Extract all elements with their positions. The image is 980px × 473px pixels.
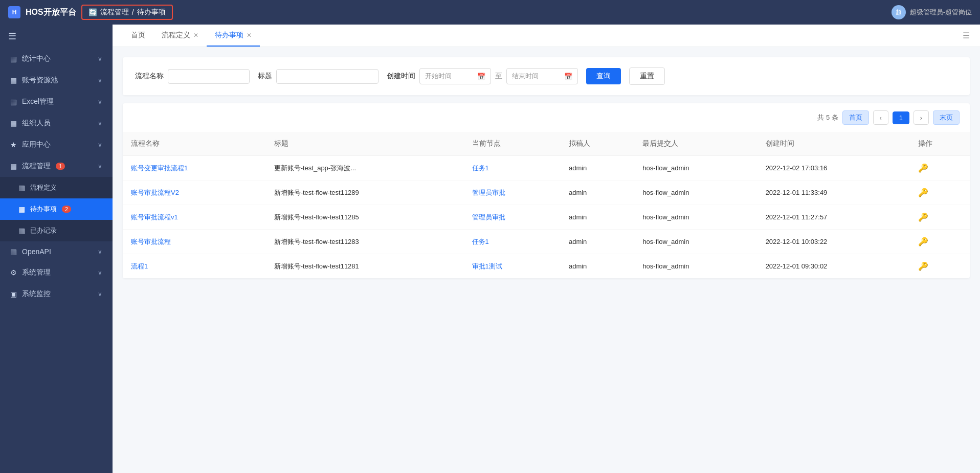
end-time-placeholder: 结束时间: [512, 72, 539, 81]
sidebar-item-done[interactable]: ▦ 已办记录: [0, 220, 113, 241]
chevron-down-icon: ∨: [98, 55, 102, 62]
col-create-time: 创建时间: [758, 132, 910, 156]
tab-home[interactable]: 首页: [123, 25, 153, 47]
sidebar-item-openapi[interactable]: ▦ OpenAPI ∨: [0, 241, 113, 262]
breadcrumb-icon: 🔄: [88, 8, 97, 16]
table-row: 账号审批流程 新增账号-test-flow-test11283 任务1 admi…: [123, 230, 970, 254]
sidebar-item-app-center[interactable]: ★ 应用中心 ∨: [0, 134, 113, 155]
sidebar-item-label: 账号资源池: [22, 76, 58, 85]
col-drafter: 拟稿人: [561, 132, 634, 156]
top-bar: H HOS开放平台 🔄 流程管理 / 待办事项 超 超级管理员-超管岗位: [0, 0, 980, 25]
action-icon[interactable]: 🔑: [918, 262, 928, 271]
end-time-input[interactable]: 结束时间 📅: [506, 68, 578, 84]
page-number-1[interactable]: 1: [893, 111, 909, 124]
table-row: 账号变更审批流程1 更新账号-test_app-张海波... 任务1 admin…: [123, 156, 970, 181]
cell-current-node: 任务1: [464, 230, 561, 254]
sidebar-item-org[interactable]: ▦ 组织人员 ∨: [0, 112, 113, 134]
cell-drafter: admin: [561, 181, 634, 205]
cell-process-name[interactable]: 账号审批流程: [123, 230, 266, 254]
tab-process-def-label: 流程定义: [162, 31, 190, 40]
cell-process-name[interactable]: 账号审批流程V2: [123, 181, 266, 205]
breadcrumb-module: 流程管理: [100, 8, 129, 17]
action-icon[interactable]: 🔑: [918, 237, 928, 246]
title-input[interactable]: [276, 69, 378, 84]
close-icon[interactable]: ✕: [247, 32, 252, 39]
action-icon[interactable]: 🔑: [918, 164, 928, 172]
cell-action[interactable]: 🔑: [910, 181, 970, 205]
last-page-button[interactable]: 末页: [933, 110, 960, 125]
sidebar-item-process[interactable]: ▦ 流程管理 1 ∨: [0, 155, 113, 177]
sidebar-item-account[interactable]: ▦ 账号资源池 ∨: [0, 70, 113, 91]
tab-process-def[interactable]: 流程定义 ✕: [153, 25, 207, 47]
sidebar-item-sys-monitor[interactable]: ▣ 系统监控 ∨: [0, 283, 113, 305]
cell-create-time: 2022-12-02 17:03:16: [758, 156, 910, 181]
app-logo: H: [8, 6, 20, 18]
table-row: 流程1 新增账号-test-flow-test11281 审批1测试 admin…: [123, 254, 970, 279]
excel-icon: ▦: [10, 98, 17, 106]
cell-action[interactable]: 🔑: [910, 205, 970, 230]
openapi-icon: ▦: [10, 247, 17, 256]
breadcrumb-page: 待办事项: [137, 8, 166, 17]
chevron-down-icon: ∨: [98, 141, 102, 148]
cell-last-submitter: hos-flow_admin: [634, 254, 757, 279]
chevron-down-icon: ∨: [98, 77, 102, 84]
cell-title: 新增账号-test-flow-test11283: [266, 230, 464, 254]
prev-page-button[interactable]: ‹: [873, 110, 888, 125]
col-action: 操作: [910, 132, 970, 156]
close-icon[interactable]: ✕: [193, 32, 198, 39]
sidebar-item-label: 流程管理: [22, 162, 51, 171]
cell-action[interactable]: 🔑: [910, 254, 970, 279]
chevron-down-icon: ∨: [98, 248, 102, 255]
date-range: 开始时间 📅 至 结束时间 📅: [419, 68, 578, 84]
cell-action[interactable]: 🔑: [910, 156, 970, 181]
user-name: 超级管理员-超管岗位: [910, 8, 972, 17]
first-page-button[interactable]: 首页: [842, 110, 869, 125]
avatar: 超: [892, 5, 906, 19]
cell-last-submitter: hos-flow_admin: [634, 181, 757, 205]
cell-process-name[interactable]: 流程1: [123, 254, 266, 279]
monitor-icon: ▣: [10, 290, 17, 298]
sidebar-item-process-def[interactable]: ▦ 流程定义: [0, 177, 113, 198]
cell-drafter: admin: [561, 205, 634, 230]
cell-last-submitter: hos-flow_admin: [634, 230, 757, 254]
cell-drafter: admin: [561, 254, 634, 279]
query-button[interactable]: 查询: [586, 68, 621, 84]
table-row: 账号审批流程V2 新增账号-test-flow-test11289 管理员审批 …: [123, 181, 970, 205]
menu-toggle[interactable]: ☰: [0, 25, 113, 48]
process-name-input[interactable]: [168, 69, 250, 84]
start-time-input[interactable]: 开始时间 📅: [419, 68, 491, 84]
tab-pending[interactable]: 待办事项 ✕: [207, 25, 260, 47]
chevron-down-icon: ∨: [98, 163, 102, 170]
tab-menu-icon[interactable]: ☰: [963, 31, 970, 40]
gear-icon: ⚙: [10, 268, 17, 277]
app-title: HOS开放平台: [26, 7, 76, 18]
cell-create-time: 2022-12-01 10:03:22: [758, 230, 910, 254]
process-def-icon: ▦: [18, 184, 25, 192]
breadcrumb-separator: /: [132, 8, 134, 16]
sidebar-item-label: OpenAPI: [22, 247, 51, 256]
top-bar-left: H HOS开放平台 🔄 流程管理 / 待办事项: [8, 5, 173, 20]
cell-last-submitter: hos-flow_admin: [634, 156, 757, 181]
reset-button[interactable]: 重置: [629, 67, 665, 85]
sidebar-item-sys-manage[interactable]: ⚙ 系统管理 ∨: [0, 262, 113, 283]
cell-title: 更新账号-test_app-张海波...: [266, 156, 464, 181]
cell-process-name[interactable]: 账号变更审批流程1: [123, 156, 266, 181]
table-container: 共 5 条 首页 ‹ 1 › 末页 流程名称 标题 当前节点: [123, 103, 970, 278]
breadcrumb: 🔄 流程管理 / 待办事项: [81, 5, 173, 20]
sidebar-item-excel[interactable]: ▦ Excel管理 ∨: [0, 91, 113, 112]
data-table: 流程名称 标题 当前节点 拟稿人 最后提交人 创建时间 操作 账号变更审批流程1…: [123, 132, 970, 278]
sidebar-item-pending[interactable]: ▦ 待办事项 2: [0, 198, 113, 220]
cell-process-name[interactable]: 账号审批流程v1: [123, 205, 266, 230]
calendar-icon: 📅: [477, 73, 485, 80]
sidebar-sub-label: 待办事项: [30, 205, 57, 214]
page-content: 流程名称 标题 创建时间 开始时间 📅 至: [113, 47, 980, 473]
cell-action[interactable]: 🔑: [910, 230, 970, 254]
cell-drafter: admin: [561, 156, 634, 181]
action-icon[interactable]: 🔑: [918, 213, 928, 221]
process-badge: 1: [56, 163, 65, 170]
action-icon[interactable]: 🔑: [918, 188, 928, 197]
next-page-button[interactable]: ›: [914, 110, 929, 125]
chevron-down-icon: ∨: [98, 120, 102, 127]
sidebar-item-stats[interactable]: ▦ 统计中心 ∨: [0, 48, 113, 70]
col-process-name: 流程名称: [123, 132, 266, 156]
